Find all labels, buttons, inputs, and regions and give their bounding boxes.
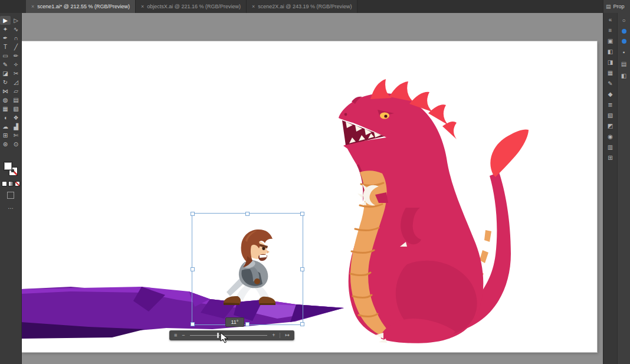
blue-toggle-dot[interactable] — [622, 39, 626, 44]
panel-edge-icon[interactable]: ▪ — [623, 49, 625, 55]
shaper-tool[interactable]: ✧ — [11, 60, 21, 69]
blue-toggle-dot[interactable] — [622, 29, 626, 34]
tab-scene1[interactable]: × scene1.ai* @ 212.55 % (RGB/Preview) — [26, 0, 136, 13]
selection-handle-sw[interactable] — [191, 322, 195, 326]
tab-label: objectsX.ai @ 221.16 % (RGB/Preview) — [147, 4, 241, 9]
draw-mode-button[interactable] — [7, 192, 14, 199]
close-tab-icon[interactable]: × — [31, 4, 34, 9]
illustrator-window: × scene1.ai* @ 212.55 % (RGB/Preview) × … — [0, 0, 630, 364]
selection-handle-w[interactable] — [191, 267, 195, 271]
pen-tool[interactable]: ✒ — [0, 34, 11, 42]
artboard-tool[interactable]: ⊞ — [0, 131, 11, 140]
none-button[interactable] — [15, 181, 20, 186]
shape-builder-tool[interactable]: ◍ — [0, 96, 11, 104]
width-tool[interactable]: ⋈ — [0, 87, 11, 96]
properties-panel-edge: ○ ▪ ▤ ◧ — [617, 13, 630, 364]
stroke-panel-icon[interactable]: ≣ — [608, 101, 612, 108]
close-tab-icon[interactable]: × — [141, 4, 144, 9]
eraser-tool[interactable]: ◪ — [0, 69, 11, 78]
color-button[interactable] — [2, 181, 7, 186]
gradient-panel-icon[interactable]: ▧ — [608, 112, 613, 119]
collapse-panels-icon[interactable]: « — [609, 17, 612, 23]
mouse-cursor — [220, 332, 228, 343]
hud-divider — [280, 333, 280, 338]
tab-scene2x[interactable]: × scene2X.ai @ 243.19 % (RGB/Preview) — [247, 0, 357, 13]
decrease-button[interactable]: − — [182, 330, 185, 340]
gradient-tool[interactable]: ▧ — [11, 104, 21, 113]
properties-panel-icon[interactable]: ≡ — [609, 27, 612, 34]
rectangle-tool[interactable]: ▭ — [0, 51, 11, 60]
search-icon[interactable]: ○ — [622, 17, 625, 24]
gradient-button[interactable] — [8, 181, 14, 186]
pencil-tool[interactable]: ✎ — [0, 60, 11, 69]
magic-wand-tool[interactable]: ✦ — [0, 25, 11, 34]
symbol-sprayer-tool[interactable]: ☁ — [0, 122, 11, 131]
curvature-tool[interactable]: ∩ — [11, 34, 21, 42]
scissors-tool[interactable]: ✂ — [11, 69, 21, 78]
direct-selection-tool[interactable]: ▷ — [11, 16, 21, 25]
appearance-panel-icon[interactable]: ◉ — [608, 133, 613, 140]
eyedropper-tool[interactable]: ◖ — [0, 113, 11, 122]
column-graph-tool[interactable]: ▟ — [11, 122, 21, 131]
artboards-panel-icon[interactable]: ⊞ — [608, 155, 612, 161]
slider-thumb[interactable] — [217, 333, 219, 338]
panel-menu-icon[interactable]: ▤ — [606, 4, 611, 9]
selection-handle-e[interactable] — [300, 267, 304, 271]
canvas-area[interactable]: 11° ≡ − + ↦ — [21, 13, 603, 364]
paintbrush-tool[interactable]: ✏ — [11, 51, 21, 60]
panel-icon-strip: « ≡ ▣ ◧ ◨ ▦ ✎ ◆ ≣ ▧ ◩ ◉ ▥ ⊞ — [603, 13, 617, 364]
slice-tool[interactable]: ✄ — [11, 131, 21, 140]
swatches-panel-icon[interactable]: ▦ — [608, 70, 613, 76]
slider-options-icon[interactable]: ≡ — [174, 330, 177, 340]
lasso-tool[interactable]: ∿ — [11, 25, 21, 34]
selection-tool[interactable]: ▶ — [0, 16, 11, 25]
selection-handle-se[interactable] — [300, 322, 304, 326]
tools-panel: ▶ ▷ ✦ ∿ ✒ ∩ T ╱ ▭ ✏ ✎ ✧ ◪ ✂ ↻ ◿ ⋈ ▱ ◍ ▤ … — [0, 13, 22, 364]
blend-tool[interactable]: ❖ — [11, 113, 21, 122]
tab-label: scene1.ai* @ 212.55 % (RGB/Preview) — [37, 4, 130, 9]
mesh-tool[interactable]: ▦ — [0, 104, 11, 113]
tab-label: scene2X.ai @ 243.19 % (RGB/Preview) — [258, 4, 352, 9]
perspective-grid-tool[interactable]: ▤ — [11, 96, 21, 104]
free-transform-tool[interactable]: ▱ — [11, 87, 21, 96]
color-panel-icon[interactable]: ◧ — [608, 48, 613, 55]
fill-stroke-controls — [4, 162, 18, 176]
hud-slider[interactable] — [190, 330, 268, 340]
tabbar-spacer — [0, 0, 26, 13]
fill-color-well[interactable] — [4, 162, 12, 170]
panel-edge-icon[interactable]: ◧ — [621, 73, 626, 79]
floating-slider-bar[interactable]: ≡ − + ↦ — [169, 330, 294, 340]
close-tab-icon[interactable]: × — [252, 4, 255, 9]
color-mode-row — [0, 181, 21, 186]
zoom-tool[interactable]: ⊙ — [11, 140, 21, 149]
tab-objectsx[interactable]: × objectsX.ai @ 221.16 % (RGB/Preview) — [136, 0, 247, 13]
symbols-panel-icon[interactable]: ◆ — [608, 91, 613, 97]
rotate-tool[interactable]: ↻ — [0, 78, 11, 87]
selection-handle-ne[interactable] — [300, 212, 304, 216]
document-tab-bar: × scene1.ai* @ 212.55 % (RGB/Preview) × … — [0, 0, 630, 13]
line-segment-tool[interactable]: ╱ — [11, 42, 21, 51]
properties-panel-title: Prop — [613, 4, 625, 9]
tools-grid: ▶ ▷ ✦ ∿ ✒ ∩ T ╱ ▭ ✏ ✎ ✧ ◪ ✂ ↻ ◿ ⋈ ▱ ◍ ▤ … — [0, 13, 21, 149]
right-dock: « ≡ ▣ ◧ ◨ ▦ ✎ ◆ ≣ ▧ ◩ ◉ ▥ ⊞ ○ ▪ ▤ ◧ — [603, 13, 630, 364]
edit-toolbar-icon[interactable]: … — [0, 204, 21, 210]
properties-panel-tab[interactable]: ▤ Prop — [603, 0, 630, 13]
rotation-angle-badge: 11° — [225, 317, 244, 327]
selection-bounding-box[interactable] — [192, 213, 303, 325]
scale-tool[interactable]: ◿ — [11, 78, 21, 87]
selection-handle-n[interactable] — [245, 212, 250, 216]
graphic-styles-panel-icon[interactable]: ▥ — [608, 144, 613, 150]
slider-track[interactable] — [190, 335, 268, 336]
libraries-panel-icon[interactable]: ▣ — [608, 38, 613, 44]
selection-handle-s[interactable] — [245, 322, 250, 326]
panel-edge-icon[interactable]: ▤ — [621, 61, 626, 67]
artboard[interactable] — [21, 41, 597, 352]
hud-tracker-icon[interactable]: ↦ — [285, 330, 290, 340]
type-tool[interactable]: T — [0, 42, 11, 51]
increase-button[interactable]: + — [272, 330, 275, 340]
color-guide-icon[interactable]: ◨ — [608, 59, 613, 65]
selection-handle-nw[interactable] — [191, 212, 195, 216]
hand-tool[interactable]: ⊛ — [0, 140, 11, 149]
brushes-panel-icon[interactable]: ✎ — [608, 80, 612, 87]
transparency-panel-icon[interactable]: ◩ — [608, 123, 613, 129]
